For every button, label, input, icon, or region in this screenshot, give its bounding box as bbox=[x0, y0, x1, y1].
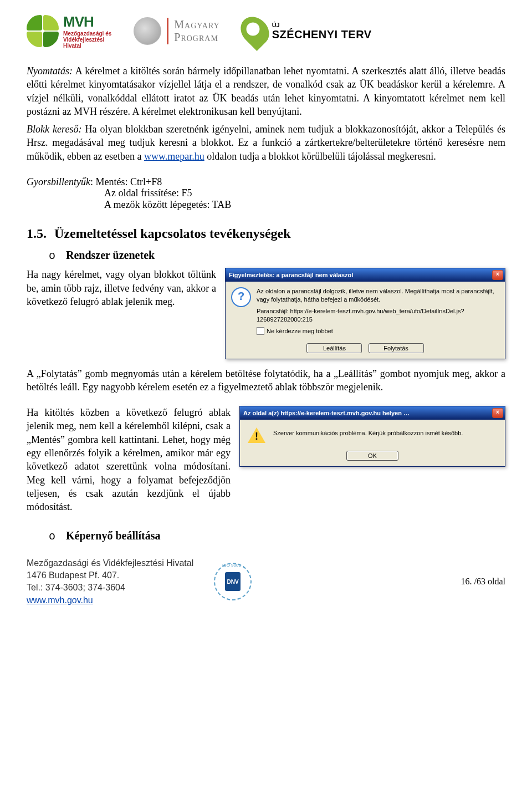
szechenyi-uj: ÚJ bbox=[272, 22, 372, 28]
bullet-o-icon: o bbox=[49, 530, 63, 543]
page-number: 16. /63 oldal bbox=[262, 577, 505, 587]
gyors-line1: Gyorsbillentyűk: Mentés: Ctrl+F8 bbox=[27, 175, 505, 189]
mepar-link[interactable]: www.mepar.hu bbox=[144, 151, 204, 162]
page-footer: Mezőgazdasági és Vidékfejlesztési Hivata… bbox=[27, 557, 505, 607]
dnv-icon: DNV bbox=[225, 572, 241, 591]
cert-badge: ISO 9001 DNV bbox=[214, 563, 252, 600]
dialog-msg-2: Parancsfájl: https://e-kerelem-teszt.mvh… bbox=[257, 307, 498, 324]
script-warning-dialog: Figyelmeztetés: a parancsfájl nem válasz… bbox=[225, 268, 505, 359]
sub-kepernyo: o Képernyő beállítása bbox=[49, 529, 505, 543]
gyors-mentes: Mentés: Ctrl+F8 bbox=[96, 176, 162, 187]
gyors-tab: A mezők között lépegetés: TAB bbox=[104, 199, 505, 211]
folytatas-paragraph: A „Folytatás” gomb megnyomás után a kére… bbox=[27, 367, 505, 394]
stop-button[interactable]: Leállítás bbox=[306, 343, 362, 353]
footer-org-name: Mezőgazdasági és Vidékfejlesztési Hivata… bbox=[27, 557, 204, 569]
sub-kepernyo-title: Képernyő beállítása bbox=[66, 529, 161, 542]
footer-address: 1476 Budapest Pf. 407. bbox=[27, 569, 204, 582]
footer-tel: Tel.: 374-3603; 374-3604 bbox=[27, 582, 204, 594]
section-title: Üzemeltetéssel kapcsolatos tevékenységek bbox=[54, 226, 291, 241]
sub-rendszer-title: Rendszer üzenetek bbox=[66, 249, 155, 261]
nyomtatas-label: Nyomtatás: bbox=[27, 65, 73, 77]
checkbox-icon[interactable] bbox=[257, 327, 264, 335]
szechenyi-logo: ÚJ SZÉCHENYI TERV bbox=[242, 16, 372, 47]
warning-icon: ! bbox=[248, 427, 265, 443]
comm-error-dialog: Az oldal a(z) https://e-kerelem-teszt.mv… bbox=[239, 406, 505, 467]
mvh-title: MVH bbox=[63, 13, 111, 30]
kitoltes-paragraph: Ha kitöltés közben a következő felugró a… bbox=[27, 406, 231, 513]
nyomtatas-text: A kérelmet a kitöltés során bármely időp… bbox=[27, 65, 505, 117]
blokk-paragraph: Blokk kereső: Ha olyan blokkban szeretné… bbox=[27, 123, 505, 163]
magyary-text: Magyary Program bbox=[174, 18, 219, 44]
mvh-logo: MVH Mezőgazdasági és Vidékfejlesztési Hi… bbox=[27, 13, 111, 49]
szechenyi-main: SZÉCHENYI TERV bbox=[272, 28, 372, 41]
sub-rendszer: o Rendszer üzenetek bbox=[49, 249, 505, 262]
mvh-subtitle: Mezőgazdasági és Vidékfejlesztési Hivata… bbox=[63, 30, 111, 49]
section-heading: 1.5. Üzemeltetéssel kapcsolatos tevékeny… bbox=[27, 226, 505, 241]
dialog2-title: Az oldal a(z) https://e-kerelem-teszt.mv… bbox=[243, 410, 492, 416]
close-icon[interactable]: × bbox=[492, 270, 503, 280]
dialog-checkbox[interactable]: Ne kérdezze meg többet bbox=[257, 327, 498, 335]
ok-button[interactable]: OK bbox=[346, 451, 398, 461]
rendszer-paragraph: Ha nagy kérelmet, vagy olyan blokkot töl… bbox=[27, 268, 216, 308]
blokk-label: Blokk kereső: bbox=[27, 124, 81, 135]
close-icon[interactable]: × bbox=[492, 408, 503, 418]
pin-icon bbox=[235, 11, 275, 51]
dialog2-titlebar: Az oldal a(z) https://e-kerelem-teszt.mv… bbox=[240, 406, 505, 420]
gyors-label: Gyorsbillentyűk bbox=[27, 176, 90, 187]
bullet-o-icon: o bbox=[49, 249, 63, 262]
dialog-msg-1: Az oldalon a parancsfájl dolgozik, illet… bbox=[257, 287, 498, 304]
dialog-titlebar: Figyelmeztetés: a parancsfájl nem válasz… bbox=[226, 268, 505, 282]
dialog2-msg: Szerver kommunikációs probléma. Kérjük p… bbox=[273, 427, 463, 436]
gyors-frissites: Az oldal frissítése: F5 bbox=[104, 187, 505, 199]
continue-button[interactable]: Folytatás bbox=[369, 343, 424, 353]
dialog-title: Figyelmeztetés: a parancsfájl nem válasz… bbox=[229, 272, 492, 278]
mvh-leaf-icon bbox=[27, 15, 59, 47]
nyomtatas-paragraph: Nyomtatás: A kérelmet a kitöltés során b… bbox=[27, 64, 505, 118]
question-icon: ? bbox=[231, 287, 251, 307]
section-num: 1.5. bbox=[27, 226, 51, 241]
header-logos: MVH Mezőgazdasági és Vidékfejlesztési Hi… bbox=[27, 13, 505, 49]
magyary-logo: Magyary Program bbox=[134, 17, 219, 45]
medal-icon bbox=[134, 17, 161, 45]
footer-link[interactable]: www.mvh.gov.hu bbox=[27, 595, 93, 605]
checkbox-label: Ne kérdezze meg többet bbox=[267, 327, 333, 335]
blokk-after-link: oldalon tudja a blokkot körülbelüli tájo… bbox=[204, 151, 436, 162]
